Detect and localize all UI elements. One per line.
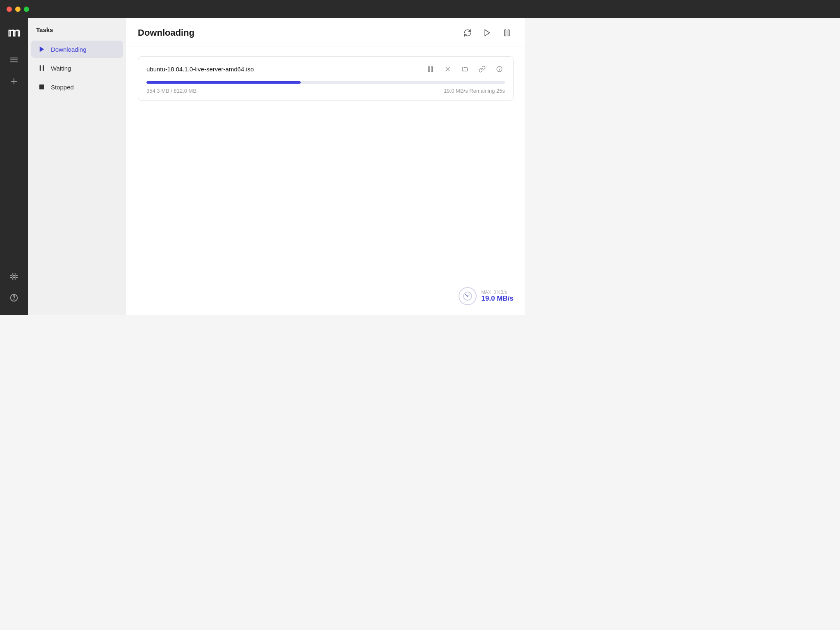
page-title: Downloading xyxy=(138,27,194,38)
minimize-button[interactable] xyxy=(15,7,21,12)
pause-download-button[interactable] xyxy=(425,63,436,75)
copy-link-button[interactable] xyxy=(476,63,488,75)
pause-icon xyxy=(38,64,46,72)
refresh-button[interactable] xyxy=(461,26,474,39)
sidebar-item-downloading[interactable]: Downloading xyxy=(31,41,123,58)
svg-marker-16 xyxy=(40,46,44,52)
current-speed: 19.0 MB/s xyxy=(482,294,514,303)
play-all-button[interactable] xyxy=(481,26,494,39)
add-icon[interactable] xyxy=(5,72,23,90)
stopped-label: Stopped xyxy=(51,84,74,91)
info-button[interactable] xyxy=(493,63,505,75)
dark-sidebar: 𝕞 xyxy=(0,18,28,315)
progress-fill xyxy=(146,81,301,84)
svg-marker-20 xyxy=(485,30,490,36)
download-actions xyxy=(425,63,505,75)
download-item: ubuntu-18.04.1.0-live-server-amd64.iso xyxy=(138,56,514,101)
close-button[interactable] xyxy=(7,7,12,12)
menu-icon[interactable] xyxy=(5,51,23,69)
header-actions xyxy=(461,26,514,39)
main-content: Downloading xyxy=(126,18,525,315)
app-logo: 𝕞 xyxy=(7,27,21,39)
svg-rect-19 xyxy=(39,84,44,89)
svg-rect-23 xyxy=(428,66,429,72)
play-icon xyxy=(38,45,46,53)
remove-download-button[interactable] xyxy=(442,63,453,75)
waiting-label: Waiting xyxy=(51,65,71,72)
gauge-icon xyxy=(462,290,473,302)
max-label: MAX xyxy=(482,290,491,294)
speed-widget: MAX 0 KB/s 19.0 MB/s xyxy=(459,287,514,305)
download-meta: 354.3 MB / 812.0 MB 19.0 MB/s Remaining … xyxy=(146,88,505,94)
svg-point-15 xyxy=(14,299,14,300)
titlebar xyxy=(0,0,525,18)
svg-point-31 xyxy=(467,296,468,297)
settings-icon[interactable] xyxy=(5,267,23,285)
download-filename: ubuntu-18.04.1.0-live-server-amd64.iso xyxy=(146,66,254,73)
content-header: Downloading xyxy=(126,18,525,46)
download-speed-remaining: 19.0 MB/s Remaining 25s xyxy=(444,88,505,94)
logo: 𝕞 xyxy=(6,25,22,41)
svg-rect-18 xyxy=(43,65,44,71)
sidebar-title: Tasks xyxy=(28,26,126,40)
svg-rect-21 xyxy=(504,30,506,36)
sidebar-light: Tasks Downloading Waiting xyxy=(28,18,126,315)
speed-max-row: MAX 0 KB/s xyxy=(482,290,507,294)
stop-icon xyxy=(38,83,46,91)
svg-rect-17 xyxy=(40,65,41,71)
speed-info: MAX 0 KB/s 19.0 MB/s xyxy=(482,290,514,303)
open-folder-button[interactable] xyxy=(459,63,470,75)
max-speed: 0 KB/s xyxy=(493,290,507,294)
content-body: ubuntu-18.04.1.0-live-server-amd64.iso xyxy=(126,46,525,315)
svg-rect-22 xyxy=(508,30,509,36)
help-icon[interactable] xyxy=(5,289,23,307)
downloading-label: Downloading xyxy=(51,46,87,53)
svg-rect-24 xyxy=(431,66,432,72)
pause-all-button[interactable] xyxy=(500,26,514,39)
svg-point-5 xyxy=(13,275,15,278)
download-card-header: ubuntu-18.04.1.0-live-server-amd64.iso xyxy=(146,63,505,75)
maximize-button[interactable] xyxy=(24,7,29,12)
sidebar-item-stopped[interactable]: Stopped xyxy=(31,78,123,96)
sidebar-item-waiting[interactable]: Waiting xyxy=(31,59,123,77)
app: 𝕞 xyxy=(0,0,525,315)
speed-gauge xyxy=(459,287,477,305)
download-size: 354.3 MB / 812.0 MB xyxy=(146,88,196,94)
progress-track xyxy=(146,81,505,84)
